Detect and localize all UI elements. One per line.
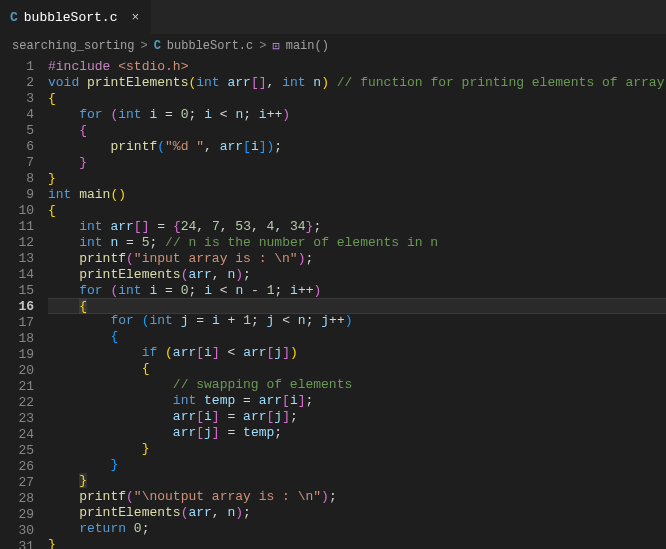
code-line[interactable]: { <box>48 329 666 345</box>
code-line[interactable]: } <box>48 441 666 457</box>
breadcrumb-symbol[interactable]: main() <box>286 39 329 53</box>
editor[interactable]: 1234567891011121314151617181920212223242… <box>0 57 666 549</box>
line-number: 17 <box>10 315 34 331</box>
line-number: 24 <box>10 427 34 443</box>
line-number: 1 <box>10 59 34 75</box>
file-tab[interactable]: C bubbleSort.c × <box>0 0 152 34</box>
code-line[interactable]: void printElements(int arr[], int n) // … <box>48 75 666 91</box>
line-number: 7 <box>10 155 34 171</box>
line-number: 21 <box>10 379 34 395</box>
code-line[interactable]: arr[i] = arr[j]; <box>48 409 666 425</box>
code-line[interactable]: { <box>48 298 666 314</box>
line-number: 25 <box>10 443 34 459</box>
code-line[interactable]: { <box>48 203 666 219</box>
code-line[interactable]: { <box>48 91 666 107</box>
line-number-gutter: 1234567891011121314151617181920212223242… <box>0 57 48 549</box>
line-number: 4 <box>10 107 34 123</box>
code-line[interactable]: for (int i = 0; i < n; i++) <box>48 107 666 123</box>
code-line[interactable]: for (int j = i + 1; j < n; j++) <box>48 313 666 329</box>
line-number: 14 <box>10 267 34 283</box>
code-line[interactable]: } <box>48 537 666 549</box>
line-number: 5 <box>10 123 34 139</box>
code-line[interactable]: int temp = arr[i]; <box>48 393 666 409</box>
line-number: 31 <box>10 539 34 549</box>
code-line[interactable]: } <box>48 457 666 473</box>
line-number: 18 <box>10 331 34 347</box>
code-area[interactable]: #include <stdio.h>void printElements(int… <box>48 57 666 549</box>
close-icon[interactable]: × <box>129 8 141 27</box>
code-line[interactable]: printf("%d ", arr[i]); <box>48 139 666 155</box>
code-line[interactable]: if (arr[i] < arr[j]) <box>48 345 666 361</box>
code-line[interactable]: return 0; <box>48 521 666 537</box>
line-number: 26 <box>10 459 34 475</box>
code-line[interactable]: printf("\noutput array is : \n"); <box>48 489 666 505</box>
line-number: 6 <box>10 139 34 155</box>
code-line[interactable]: { <box>48 123 666 139</box>
code-line[interactable]: int main() <box>48 187 666 203</box>
line-number: 23 <box>10 411 34 427</box>
function-icon: ⊡ <box>272 39 279 54</box>
breadcrumb-folder[interactable]: searching_sorting <box>12 39 134 53</box>
code-line[interactable]: for (int i = 0; i < n - 1; i++) <box>48 283 666 299</box>
c-file-icon: C <box>10 10 18 25</box>
code-line[interactable]: printf("input array is : \n"); <box>48 251 666 267</box>
line-number: 16 <box>10 299 34 315</box>
code-line[interactable]: } <box>48 155 666 171</box>
line-number: 12 <box>10 235 34 251</box>
line-number: 13 <box>10 251 34 267</box>
breadcrumb[interactable]: searching_sorting > C bubbleSort.c > ⊡ m… <box>0 35 666 57</box>
code-line[interactable]: } <box>48 171 666 187</box>
line-number: 30 <box>10 523 34 539</box>
code-line[interactable]: arr[j] = temp; <box>48 425 666 441</box>
line-number: 9 <box>10 187 34 203</box>
code-line[interactable]: // swapping of elements <box>48 377 666 393</box>
chevron-right-icon: > <box>259 39 266 53</box>
breadcrumb-file[interactable]: bubbleSort.c <box>167 39 253 53</box>
line-number: 10 <box>10 203 34 219</box>
code-line[interactable]: int n = 5; // n is the number of element… <box>48 235 666 251</box>
c-file-icon: C <box>154 39 161 53</box>
line-number: 28 <box>10 491 34 507</box>
code-line[interactable]: #include <stdio.h> <box>48 59 666 75</box>
chevron-right-icon: > <box>140 39 147 53</box>
line-number: 8 <box>10 171 34 187</box>
line-number: 20 <box>10 363 34 379</box>
line-number: 22 <box>10 395 34 411</box>
line-number: 15 <box>10 283 34 299</box>
line-number: 27 <box>10 475 34 491</box>
code-line[interactable]: } <box>48 473 666 489</box>
line-number: 2 <box>10 75 34 91</box>
tab-label: bubbleSort.c <box>24 10 118 25</box>
line-number: 19 <box>10 347 34 363</box>
code-line[interactable]: { <box>48 361 666 377</box>
line-number: 29 <box>10 507 34 523</box>
tab-bar: C bubbleSort.c × <box>0 0 666 35</box>
code-line[interactable]: int arr[] = {24, 7, 53, 4, 34}; <box>48 219 666 235</box>
line-number: 3 <box>10 91 34 107</box>
line-number: 11 <box>10 219 34 235</box>
code-line[interactable]: printElements(arr, n); <box>48 505 666 521</box>
code-line[interactable]: printElements(arr, n); <box>48 267 666 283</box>
